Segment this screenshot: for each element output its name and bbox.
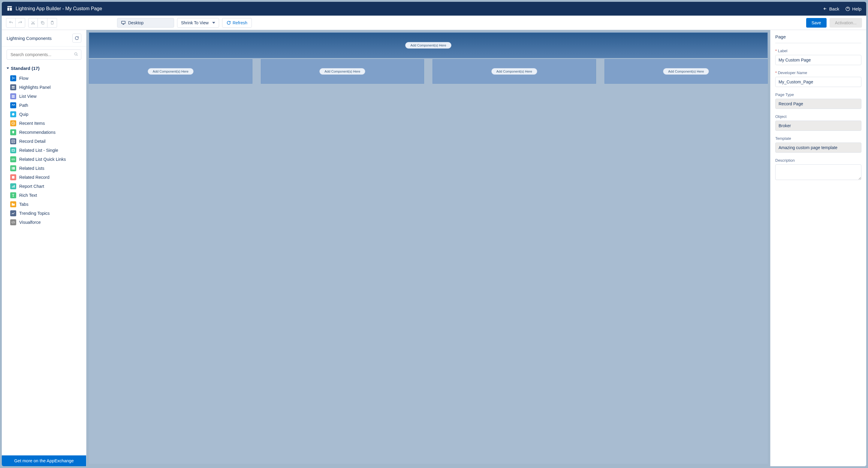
- desktop-icon: [121, 21, 126, 25]
- record-icon: [10, 174, 16, 180]
- save-button[interactable]: Save: [806, 18, 827, 28]
- tabs-icon: [10, 201, 16, 207]
- svg-rect-27: [12, 203, 13, 204]
- properties-panel: Page Label Developer Name Page Type Reco…: [770, 30, 866, 466]
- component-item[interactable]: Trending Topics: [2, 209, 86, 218]
- device-label: Desktop: [128, 21, 144, 25]
- canvas[interactable]: Add Component(s) Here Add Component(s) H…: [87, 30, 770, 466]
- path-icon: [10, 102, 16, 108]
- component-item[interactable]: Quip: [2, 110, 86, 119]
- cut-button[interactable]: [28, 18, 38, 28]
- components-panel: Lightning Components Standard (17) FlowH…: [2, 30, 87, 466]
- svg-rect-0: [7, 6, 12, 7]
- component-label: Rich Text: [19, 193, 37, 198]
- zoom-select[interactable]: Shrink To View: [177, 18, 219, 28]
- svg-rect-1: [7, 7, 10, 10]
- component-label: Flow: [19, 76, 29, 81]
- svg-rect-25: [14, 185, 15, 188]
- toolbar: Desktop Shrink To View Refresh Save Acti…: [2, 15, 866, 30]
- back-button[interactable]: Back: [823, 6, 839, 11]
- component-item[interactable]: Recent Items: [2, 119, 86, 128]
- drop-hint: Add Component(s) Here: [405, 42, 451, 48]
- component-item[interactable]: Tabs: [2, 200, 86, 209]
- label-field-label: Label: [775, 48, 861, 53]
- component-label: Path: [19, 103, 28, 108]
- svg-rect-9: [122, 21, 125, 24]
- component-label: Trending Topics: [19, 211, 50, 216]
- svg-rect-26: [12, 204, 15, 205]
- component-label: Quip: [19, 112, 29, 117]
- search-input[interactable]: [7, 49, 81, 60]
- component-label: Recent Items: [19, 121, 45, 126]
- component-label: Related List Quick Links: [19, 157, 66, 162]
- label-input[interactable]: [775, 55, 861, 65]
- svg-rect-21: [13, 167, 15, 169]
- svg-rect-13: [12, 95, 15, 96]
- chart-icon: [10, 183, 16, 189]
- svg-rect-23: [12, 187, 12, 188]
- chevron-down-icon: [212, 22, 215, 24]
- devname-input[interactable]: [775, 77, 861, 87]
- reload-components-button[interactable]: [72, 34, 81, 43]
- component-item[interactable]: Report Chart: [2, 182, 86, 191]
- search-icon: [74, 52, 78, 57]
- svg-point-4: [32, 23, 33, 24]
- component-item[interactable]: Record Detail: [2, 137, 86, 146]
- svg-rect-24: [13, 186, 13, 188]
- component-item[interactable]: Related List Quick Links: [2, 155, 86, 164]
- quip-icon: [10, 111, 16, 117]
- component-item[interactable]: Highlights Panel: [2, 83, 86, 92]
- component-label: Report Chart: [19, 184, 44, 189]
- text-icon: [10, 192, 16, 198]
- appexchange-link[interactable]: Get more on the AppExchange: [2, 456, 86, 466]
- panel-title: Page: [775, 34, 861, 43]
- component-item[interactable]: Recommendations: [2, 128, 86, 137]
- slot-1[interactable]: Add Component(s) Here: [89, 59, 252, 84]
- section-label: Standard (17): [11, 66, 40, 71]
- slot-2[interactable]: Add Component(s) Here: [261, 59, 424, 84]
- svg-rect-2: [10, 7, 12, 10]
- component-label: Record Detail: [19, 139, 45, 144]
- component-label: Related Lists: [19, 166, 44, 171]
- component-label: Related List - Single: [19, 148, 58, 153]
- svg-rect-12: [12, 87, 15, 89]
- description-input[interactable]: [775, 164, 861, 180]
- slot-4[interactable]: Add Component(s) Here: [604, 59, 768, 84]
- flow-icon: [10, 75, 16, 81]
- component-label: Related Record: [19, 175, 50, 180]
- refresh-button[interactable]: Refresh: [222, 18, 252, 28]
- trend-icon: [10, 210, 16, 216]
- component-item[interactable]: Path: [2, 101, 86, 110]
- component-item[interactable]: Flow: [2, 74, 86, 83]
- component-item[interactable]: Related Lists: [2, 164, 86, 173]
- component-item[interactable]: Rich Text: [2, 191, 86, 200]
- redo-button[interactable]: [16, 18, 25, 28]
- devname-field-label: Developer Name: [775, 70, 861, 75]
- svg-point-16: [12, 113, 14, 115]
- hero-drop-zone[interactable]: Add Component(s) Here: [89, 32, 768, 58]
- component-item[interactable]: Related Record: [2, 173, 86, 182]
- device-select[interactable]: Desktop: [117, 18, 174, 28]
- component-item[interactable]: Related List - Single: [2, 146, 86, 155]
- component-label: Tabs: [19, 202, 29, 207]
- object-value: Broker: [775, 121, 861, 131]
- component-item[interactable]: List View: [2, 92, 86, 101]
- components-title: Lightning Components: [7, 36, 52, 41]
- activation-button[interactable]: Activation...: [830, 18, 862, 28]
- clock-icon: [10, 120, 16, 126]
- svg-point-10: [75, 53, 77, 55]
- help-label: Help: [852, 6, 861, 11]
- copy-button[interactable]: [38, 18, 48, 28]
- paste-button[interactable]: [48, 18, 57, 28]
- drop-hint: Add Component(s) Here: [491, 68, 537, 75]
- component-item[interactable]: Visualforce: [2, 218, 86, 227]
- links-icon: [10, 156, 16, 162]
- svg-rect-15: [12, 97, 15, 98]
- undo-button[interactable]: [6, 18, 16, 28]
- help-button[interactable]: Help: [845, 6, 861, 11]
- vf-icon: [10, 219, 16, 225]
- component-label: List View: [19, 94, 37, 99]
- template-field-label: Template: [775, 136, 861, 141]
- slot-3[interactable]: Add Component(s) Here: [433, 59, 596, 84]
- standard-section-toggle[interactable]: Standard (17): [2, 63, 86, 74]
